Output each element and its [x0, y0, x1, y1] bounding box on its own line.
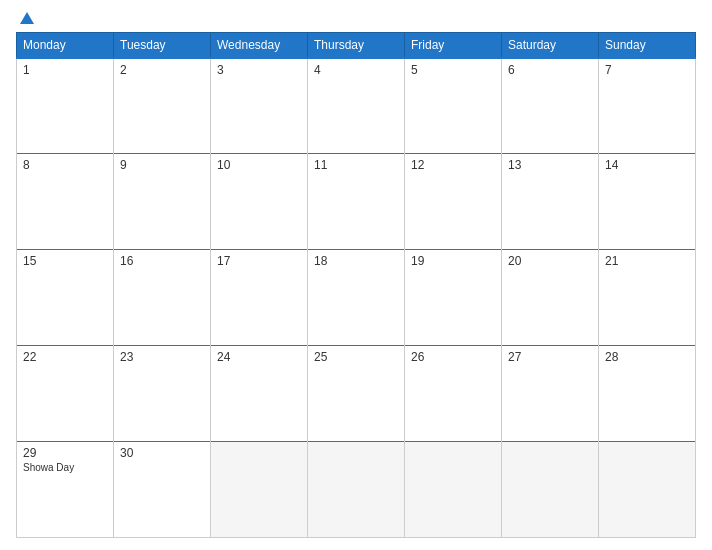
header-wednesday: Wednesday — [211, 33, 308, 59]
day-number: 28 — [605, 350, 689, 364]
day-number: 25 — [314, 350, 398, 364]
calendar-day-cell: 26 — [405, 346, 502, 442]
calendar-day-cell: 22 — [17, 346, 114, 442]
calendar-week-row: 15161718192021 — [17, 250, 696, 346]
day-number: 1 — [23, 63, 107, 77]
day-number: 5 — [411, 63, 495, 77]
holiday-name: Showa Day — [23, 462, 107, 473]
calendar-day-cell: 4 — [308, 58, 405, 154]
calendar-day-cell: 30 — [114, 442, 211, 538]
calendar-day-cell — [502, 442, 599, 538]
day-number: 27 — [508, 350, 592, 364]
calendar-day-cell: 12 — [405, 154, 502, 250]
calendar-day-cell: 1 — [17, 58, 114, 154]
calendar-day-cell: 7 — [599, 58, 696, 154]
calendar-page: Monday Tuesday Wednesday Thursday Friday… — [0, 0, 712, 550]
day-number: 30 — [120, 446, 204, 460]
calendar-day-cell: 21 — [599, 250, 696, 346]
calendar-day-cell: 23 — [114, 346, 211, 442]
calendar-week-row: 1234567 — [17, 58, 696, 154]
header-friday: Friday — [405, 33, 502, 59]
day-number: 14 — [605, 158, 689, 172]
header-saturday: Saturday — [502, 33, 599, 59]
calendar-day-cell: 9 — [114, 154, 211, 250]
logo-triangle-icon — [20, 12, 34, 24]
calendar-week-row: 29Showa Day30 — [17, 442, 696, 538]
day-number: 3 — [217, 63, 301, 77]
day-number: 16 — [120, 254, 204, 268]
calendar-day-cell — [308, 442, 405, 538]
day-number: 4 — [314, 63, 398, 77]
day-number: 10 — [217, 158, 301, 172]
day-number: 20 — [508, 254, 592, 268]
calendar-day-cell: 17 — [211, 250, 308, 346]
header-tuesday: Tuesday — [114, 33, 211, 59]
day-number: 2 — [120, 63, 204, 77]
day-number: 26 — [411, 350, 495, 364]
header-sunday: Sunday — [599, 33, 696, 59]
weekday-header-row: Monday Tuesday Wednesday Thursday Friday… — [17, 33, 696, 59]
day-number: 29 — [23, 446, 107, 460]
calendar-day-cell: 20 — [502, 250, 599, 346]
calendar-day-cell: 15 — [17, 250, 114, 346]
day-number: 24 — [217, 350, 301, 364]
calendar-day-cell: 8 — [17, 154, 114, 250]
calendar-day-cell: 13 — [502, 154, 599, 250]
calendar-day-cell: 6 — [502, 58, 599, 154]
calendar-day-cell — [211, 442, 308, 538]
calendar-week-row: 22232425262728 — [17, 346, 696, 442]
day-number: 6 — [508, 63, 592, 77]
calendar-day-cell: 19 — [405, 250, 502, 346]
calendar-table: Monday Tuesday Wednesday Thursday Friday… — [16, 32, 696, 538]
header-monday: Monday — [17, 33, 114, 59]
day-number: 13 — [508, 158, 592, 172]
day-number: 8 — [23, 158, 107, 172]
calendar-day-cell — [405, 442, 502, 538]
calendar-day-cell: 11 — [308, 154, 405, 250]
calendar-day-cell: 2 — [114, 58, 211, 154]
day-number: 22 — [23, 350, 107, 364]
day-number: 19 — [411, 254, 495, 268]
day-number: 9 — [120, 158, 204, 172]
day-number: 15 — [23, 254, 107, 268]
calendar-day-cell: 18 — [308, 250, 405, 346]
calendar-day-cell: 27 — [502, 346, 599, 442]
calendar-day-cell: 14 — [599, 154, 696, 250]
logo — [16, 12, 34, 24]
calendar-day-cell: 10 — [211, 154, 308, 250]
calendar-day-cell — [599, 442, 696, 538]
calendar-week-row: 891011121314 — [17, 154, 696, 250]
day-number: 17 — [217, 254, 301, 268]
calendar-day-cell: 28 — [599, 346, 696, 442]
calendar-day-cell: 25 — [308, 346, 405, 442]
calendar-day-cell: 3 — [211, 58, 308, 154]
calendar-day-cell: 16 — [114, 250, 211, 346]
calendar-header — [16, 12, 696, 24]
day-number: 23 — [120, 350, 204, 364]
header-thursday: Thursday — [308, 33, 405, 59]
day-number: 7 — [605, 63, 689, 77]
calendar-day-cell: 5 — [405, 58, 502, 154]
calendar-day-cell: 29Showa Day — [17, 442, 114, 538]
day-number: 11 — [314, 158, 398, 172]
day-number: 21 — [605, 254, 689, 268]
day-number: 12 — [411, 158, 495, 172]
day-number: 18 — [314, 254, 398, 268]
calendar-day-cell: 24 — [211, 346, 308, 442]
